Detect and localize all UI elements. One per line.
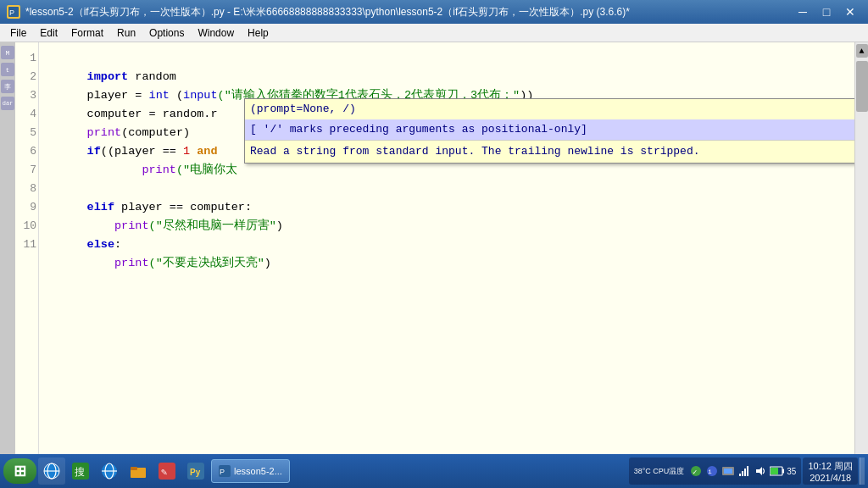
volume-icon[interactable] — [754, 464, 767, 478]
start-button[interactable]: ⊞ — [3, 458, 36, 484]
sidebar-icon-dar[interactable]: dar — [1, 97, 14, 110]
line-numbers: 1 2 3 4 5 6 7 8 9 10 11 — [15, 42, 39, 454]
taskbar-ie2-icon[interactable] — [96, 458, 123, 485]
menu-help[interactable]: Help — [241, 24, 275, 42]
app-icon: P — [7, 5, 20, 19]
sidebar-icon-m[interactable]: M — [1, 46, 14, 59]
menu-bar: File Edit Format Run Options Window Help — [0, 24, 868, 42]
svg-text:✓: ✓ — [693, 469, 697, 477]
temp-value: 38°C CPU温度 — [634, 466, 685, 477]
svg-rect-24 — [739, 474, 741, 476]
svg-rect-23 — [724, 469, 732, 474]
svg-text:P: P — [220, 468, 225, 476]
quick-launch: 搜 ✎ Py — [38, 458, 209, 485]
tray-icon-1[interactable]: ✓ — [689, 464, 703, 478]
maximize-button[interactable]: □ — [815, 3, 837, 20]
taskbar-active-window[interactable]: P lesson5-2... — [211, 459, 290, 483]
tray-icon-3[interactable] — [721, 464, 735, 478]
left-sidebar: M t 李 dar — [0, 42, 15, 454]
scrollbar-thumb[interactable] — [856, 61, 868, 112]
menu-file[interactable]: File — [3, 24, 33, 42]
taskbar-folder-icon[interactable] — [125, 458, 152, 485]
svg-text:✎: ✎ — [161, 467, 167, 479]
clock-time: 10:12 周四 — [808, 460, 853, 473]
editor-container: M t 李 dar 1 2 3 4 5 6 7 8 9 10 11 import… — [0, 42, 868, 454]
taskbar: ⊞ 搜 ✎ Py P lesson5-2... 38°C CPU温度 — [0, 454, 868, 488]
svg-marker-28 — [756, 467, 762, 475]
svg-rect-27 — [747, 466, 748, 476]
system-tray: 38°C CPU温度 ✓ i 35 — [629, 458, 802, 485]
menu-format[interactable]: Format — [64, 24, 110, 42]
battery-pct: 35 — [787, 467, 796, 476]
menu-window[interactable]: Window — [191, 24, 241, 42]
tooltip-popup: (prompt=None, /) [ '/' marks preceding a… — [244, 98, 854, 164]
title-bar-text: *lesson5-2（if石头剪刀布，一次性版本）.py - E:\米米6666… — [25, 5, 792, 19]
code-line-8: elif player == computer: — [46, 180, 854, 198]
svg-text:Py: Py — [190, 468, 201, 477]
tray-icon-2[interactable]: i — [705, 464, 719, 478]
code-line-1: import random — [46, 49, 854, 68]
menu-edit[interactable]: Edit — [33, 24, 64, 42]
vertical-scrollbar[interactable]: ▲ — [854, 42, 868, 454]
sidebar-icon-t[interactable]: t — [1, 63, 14, 76]
title-bar: P *lesson5-2（if石头剪刀布，一次性版本）.py - E:\米米66… — [0, 0, 868, 24]
network-icon[interactable] — [737, 464, 751, 478]
cpu-temp: 38°C CPU温度 — [634, 466, 685, 477]
svg-text:i: i — [708, 468, 712, 475]
tooltip-line-2: [ '/' marks preceding arguments as posit… — [245, 119, 854, 140]
code-area[interactable]: import random player = int (input("请输入你猜… — [39, 42, 854, 454]
window-controls: ─ □ ✕ — [792, 3, 861, 20]
svg-rect-31 — [771, 468, 778, 474]
svg-text:P: P — [9, 8, 14, 17]
svg-rect-26 — [744, 469, 746, 476]
scroll-up-btn[interactable]: ▲ — [856, 44, 868, 58]
tooltip-line-1: (prompt=None, /) — [245, 99, 854, 119]
battery-indicator: 35 — [770, 466, 796, 476]
system-clock[interactable]: 10:12 周四 2021/4/18 — [803, 458, 858, 485]
tooltip-desc: Read a string from standard input. The t… — [245, 140, 854, 163]
svg-rect-30 — [782, 469, 784, 474]
active-window-label: lesson5-2... — [234, 466, 282, 476]
taskbar-ie-icon[interactable] — [38, 458, 65, 485]
svg-text:搜: 搜 — [75, 466, 85, 478]
taskbar-python-icon[interactable]: Py — [182, 458, 209, 485]
svg-rect-25 — [742, 471, 743, 476]
taskbar-search-icon[interactable]: 搜 — [67, 458, 94, 485]
sidebar-icon-li[interactable]: 李 — [1, 80, 14, 93]
show-desktop-button[interactable] — [860, 458, 865, 485]
taskbar-paint-icon[interactable]: ✎ — [153, 458, 181, 485]
menu-run[interactable]: Run — [110, 24, 142, 42]
code-line-11: print("不要走决战到天亮") — [46, 236, 854, 254]
close-button[interactable]: ✕ — [839, 3, 861, 20]
clock-date: 2021/4/18 — [810, 473, 851, 483]
minimize-button[interactable]: ─ — [792, 3, 814, 20]
menu-options[interactable]: Options — [142, 24, 191, 42]
svg-rect-11 — [131, 467, 137, 470]
